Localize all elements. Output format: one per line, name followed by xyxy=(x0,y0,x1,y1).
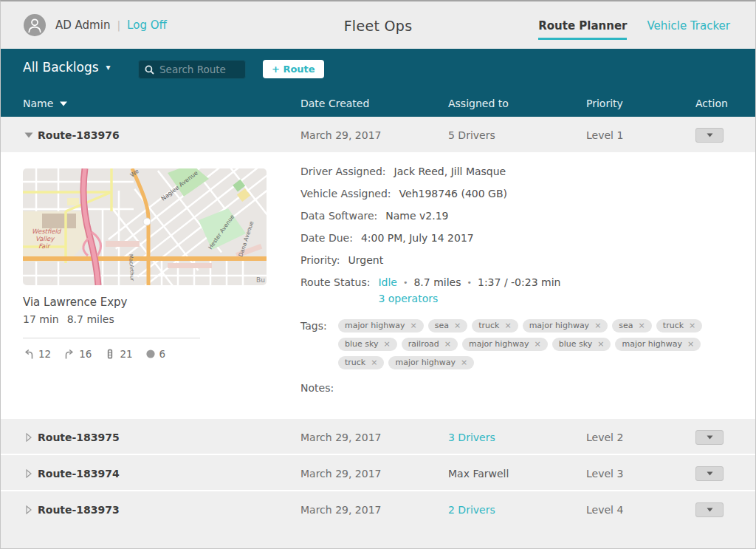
remove-tag-icon[interactable]: × xyxy=(410,321,417,330)
route-name: Route-183974 xyxy=(38,468,120,480)
tab-vehicle-tracker[interactable]: Vehicle Tracker xyxy=(647,19,730,33)
teal-bar: All Backlogs ▾ + Route Name Date Created… xyxy=(1,49,755,117)
username: AD Admin xyxy=(55,18,110,32)
search-input[interactable] xyxy=(159,64,239,75)
row-action-button[interactable] xyxy=(695,466,724,481)
route-date-created: March 29, 2017 xyxy=(300,129,381,141)
toolbar: All Backlogs ▾ + Route xyxy=(1,49,755,90)
tag-pill: blue sky× xyxy=(552,338,611,351)
tag-pill: truck× xyxy=(338,356,384,369)
user-avatar-icon[interactable] xyxy=(24,14,46,36)
operators-link[interactable]: 3 operators xyxy=(378,293,438,304)
table-row-route-183973[interactable]: Route-183973 March 29, 2017 2 Drivers Le… xyxy=(1,491,755,548)
search-box xyxy=(138,60,246,79)
remove-tag-icon[interactable]: × xyxy=(504,321,511,330)
remove-tag-icon[interactable]: × xyxy=(597,339,604,349)
column-header-date-created[interactable]: Date Created xyxy=(300,98,369,109)
field-data-software: Data Software: Name v2.19 xyxy=(300,208,736,224)
table-row-route-183976[interactable]: Route-183976 March 29, 2017 5 Drivers Le… xyxy=(1,117,755,154)
status-time: 1:37 / -0:23 min xyxy=(478,275,560,290)
route-detail-panel: Westfield Valley Fair We Naglee Avenue H… xyxy=(1,154,755,419)
app-header: AD Admin | Log Off Fleet Ops Route Plann… xyxy=(1,1,755,49)
remove-tag-icon[interactable]: × xyxy=(454,321,461,330)
remove-tag-icon[interactable]: × xyxy=(384,339,391,349)
tags-label: Tags: xyxy=(300,319,338,369)
column-header-name[interactable]: Name xyxy=(23,98,67,109)
backlog-filter-dropdown[interactable]: All Backlogs ▾ xyxy=(23,60,111,75)
tag-pill: major highway× xyxy=(615,338,701,351)
route-meta: 17 min 8.7 miles xyxy=(23,313,267,325)
table-row-route-183975[interactable]: Route-183975 March 29, 2017 3 Drivers Le… xyxy=(1,419,755,455)
turn-right-icon xyxy=(63,348,75,360)
route-date-created: March 29, 2017 xyxy=(300,504,381,516)
remove-tag-icon[interactable]: × xyxy=(594,321,601,330)
route-detail-fields: Driver Assigned: Jack Reed, Jill Masque … xyxy=(300,164,736,394)
tag-pill: major highway× xyxy=(523,319,608,333)
tag-pill: truck× xyxy=(656,319,702,333)
expand-caret-icon[interactable] xyxy=(24,468,34,479)
expand-caret-icon[interactable] xyxy=(24,432,34,443)
turn-left-icon xyxy=(23,348,35,360)
tag-pill: sea× xyxy=(428,319,467,333)
route-date-created: March 29, 2017 xyxy=(300,468,381,480)
route-priority: Level 2 xyxy=(586,432,623,443)
stat-left-turns: 12 xyxy=(23,348,51,360)
separator: | xyxy=(117,19,120,31)
tag-pill: railroad× xyxy=(402,338,458,351)
tab-route-planner[interactable]: Route Planner xyxy=(538,19,627,33)
remove-tag-icon[interactable]: × xyxy=(535,339,541,349)
column-header-assigned-to[interactable]: Assigned to xyxy=(448,98,509,109)
route-map-thumbnail[interactable]: Westfield Valley Fair We Naglee Avenue H… xyxy=(23,168,267,285)
remove-tag-icon[interactable]: × xyxy=(639,321,645,330)
field-route-status: Route Status: Idle • 8.7 miles • 1:37 / … xyxy=(300,275,736,306)
field-priority: Priority: Urgent xyxy=(300,253,736,268)
log-off-link[interactable]: Log Off xyxy=(127,18,167,32)
remove-tag-icon[interactable]: × xyxy=(444,339,451,349)
row-action-button[interactable] xyxy=(695,128,724,143)
sort-caret-icon xyxy=(60,101,67,106)
svg-text:Bu: Bu xyxy=(256,276,265,284)
route-priority: Level 4 xyxy=(586,504,623,516)
collapse-caret-icon[interactable] xyxy=(24,130,34,140)
search-icon xyxy=(145,65,154,75)
route-duration: 17 min xyxy=(23,313,59,325)
divider xyxy=(23,338,200,338)
field-driver-assigned: Driver Assigned: Jack Reed, Jill Masque xyxy=(300,164,736,180)
row-action-button[interactable] xyxy=(695,430,724,445)
row-action-button[interactable] xyxy=(695,502,724,517)
remove-tag-icon[interactable]: × xyxy=(371,358,377,367)
expand-caret-icon[interactable] xyxy=(24,505,34,515)
remove-tag-icon[interactable]: × xyxy=(461,358,467,367)
stat-traffic-lights: 21 xyxy=(104,348,132,360)
tag-pill: major highway× xyxy=(462,338,548,351)
route-name: Route-183975 xyxy=(38,432,120,443)
stop-dot-icon xyxy=(145,349,156,359)
stat-right-turns: 16 xyxy=(63,348,92,360)
remove-tag-icon[interactable]: × xyxy=(687,339,694,349)
route-assigned-to: 5 Drivers xyxy=(448,129,495,141)
column-header-action: Action xyxy=(695,98,728,109)
route-distance: 8.7 miles xyxy=(67,313,114,325)
route-assigned-to-link[interactable]: 2 Drivers xyxy=(448,504,495,516)
add-route-button[interactable]: + Route xyxy=(263,60,324,78)
table-row-route-183974[interactable]: Route-183974 March 29, 2017 Max Farwell … xyxy=(1,455,755,491)
route-name: Route-183973 xyxy=(38,504,120,516)
route-status-link[interactable]: Idle xyxy=(378,275,397,290)
route-assigned-to-link[interactable]: 3 Drivers xyxy=(448,432,495,443)
tag-pill: major highway× xyxy=(388,356,474,369)
chevron-down-icon: ▾ xyxy=(106,62,111,72)
chevron-down-icon xyxy=(707,435,713,440)
bullet-separator: • xyxy=(467,275,472,290)
tag-pill: blue sky× xyxy=(338,338,397,351)
fleet-ops-app: AD Admin | Log Off Fleet Ops Route Plann… xyxy=(0,0,756,549)
route-name: Route-183976 xyxy=(38,129,120,141)
route-map-section: Westfield Valley Fair We Naglee Avenue H… xyxy=(23,168,267,360)
route-date-created: March 29, 2017 xyxy=(300,432,381,443)
field-date-due: Date Due: 4:00 PM, July 14 2017 xyxy=(300,231,736,246)
tag-pill: major highway× xyxy=(338,319,424,333)
notes-label: Notes: xyxy=(300,382,736,394)
traffic-light-icon xyxy=(104,348,116,360)
column-header-priority[interactable]: Priority xyxy=(586,98,623,109)
stat-stops: 6 xyxy=(145,348,166,360)
remove-tag-icon[interactable]: × xyxy=(689,321,695,330)
